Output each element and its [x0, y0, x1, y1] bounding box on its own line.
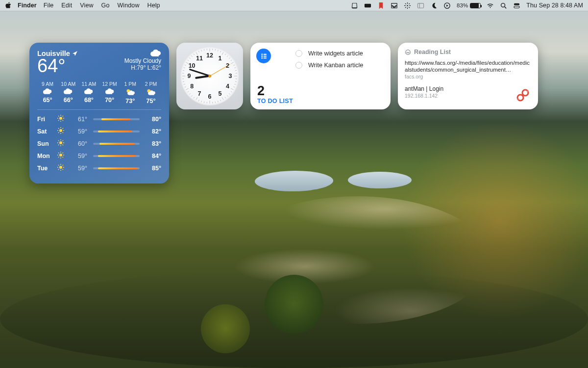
svg-point-28 — [59, 129, 62, 132]
wifi-icon[interactable] — [487, 2, 494, 9]
svg-line-66 — [215, 49, 216, 51]
svg-line-44 — [58, 145, 59, 145]
svg-line-33 — [58, 128, 59, 129]
svg-line-52 — [63, 157, 63, 158]
clock-widget[interactable]: 123456789101112 — [176, 43, 243, 109]
reading-list-widget[interactable]: Reading List https://www.facs.org/-/medi… — [398, 43, 538, 109]
reading-item-title: antMan | Login — [405, 85, 531, 93]
reminders-list-name: TO DO LIST — [257, 98, 293, 105]
svg-line-53 — [58, 157, 59, 158]
clock-numeral: 4 — [226, 83, 229, 90]
weather-hour: 11 AM68° — [78, 81, 99, 105]
svg-line-5 — [405, 3, 406, 4]
weather-hour: 2 PM75° — [141, 81, 161, 105]
svg-line-24 — [58, 116, 59, 116]
reminders-task-list: Write widgets articleWrite Kanban articl… — [295, 48, 384, 71]
svg-line-116 — [189, 58, 190, 59]
svg-line-72 — [229, 58, 230, 59]
svg-point-132 — [408, 52, 409, 53]
svg-line-34 — [63, 132, 63, 133]
svg-line-75 — [233, 65, 235, 65]
svg-point-135 — [522, 90, 528, 96]
stage-manager-icon[interactable] — [417, 2, 424, 9]
svg-rect-127 — [263, 53, 267, 54]
svg-line-77 — [235, 70, 237, 71]
weather-temp: 64° — [37, 56, 77, 75]
bookmark-icon[interactable] — [377, 2, 385, 9]
reminder-task[interactable]: Write Kanban article — [295, 59, 384, 71]
weather-hilo: H:79° L:62° — [124, 64, 161, 71]
reading-item-domain: 192.168.1.142 — [405, 93, 531, 99]
reading-list-item[interactable]: https://www.facs.org/-/media/files/educa… — [405, 58, 531, 80]
svg-point-46 — [59, 154, 62, 157]
moon-icon[interactable] — [430, 2, 438, 9]
svg-line-67 — [218, 50, 218, 52]
reminders-count: 2 — [257, 84, 293, 98]
apple-logo-icon[interactable] — [5, 2, 12, 9]
svg-point-19 — [59, 117, 62, 120]
svg-line-68 — [220, 51, 221, 53]
svg-line-43 — [63, 145, 63, 145]
weather-hour: 9 AM65° — [37, 81, 58, 105]
menu-go[interactable]: Go — [101, 2, 110, 9]
svg-point-126 — [261, 57, 263, 58]
search-icon[interactable] — [500, 2, 507, 9]
clock-datetime[interactable]: Thu Sep 28 8:48 AM — [526, 2, 583, 9]
svg-line-117 — [192, 55, 193, 56]
status-icons: 83% Thu Sep 28 8:48 AM — [351, 2, 583, 9]
svg-rect-129 — [263, 57, 267, 58]
svg-line-89 — [222, 97, 223, 100]
link-icon — [514, 87, 531, 104]
clock-numeral: 9 — [188, 73, 191, 79]
weather-widget[interactable]: Louisville 64° Mostly Cloudy H:79° L:62°… — [29, 43, 169, 184]
reading-item-domain: facs.org — [405, 74, 531, 79]
svg-line-7 — [405, 7, 406, 8]
svg-line-62 — [58, 169, 59, 170]
clock-numeral: 7 — [198, 90, 201, 97]
menu-help[interactable]: Help — [147, 2, 160, 9]
task-checkbox[interactable] — [295, 62, 302, 69]
menu-window[interactable]: Window — [117, 2, 139, 9]
weather-day-row: Sat59°82° — [37, 125, 161, 137]
battery-icon — [470, 3, 481, 8]
drive-icon[interactable] — [351, 2, 358, 9]
app-name[interactable]: Finder — [18, 2, 37, 9]
battery-percent: 83% — [457, 2, 468, 8]
brightness-icon[interactable] — [404, 2, 411, 9]
svg-point-55 — [59, 166, 62, 169]
task-checkbox[interactable] — [295, 50, 302, 57]
reminders-widget[interactable]: Write widgets articleWrite Kanban articl… — [250, 43, 391, 109]
reminder-task[interactable]: Write widgets article — [295, 48, 384, 59]
svg-line-112 — [184, 68, 185, 68]
menu-file[interactable]: File — [44, 2, 54, 9]
svg-rect-0 — [365, 3, 371, 7]
tray-icon[interactable] — [391, 2, 398, 9]
svg-line-103 — [188, 91, 189, 92]
svg-line-99 — [196, 97, 197, 100]
svg-line-101 — [192, 95, 193, 96]
control-center-icon[interactable] — [513, 2, 520, 9]
svg-line-74 — [231, 62, 233, 64]
menu-view[interactable]: View — [80, 2, 93, 9]
svg-line-27 — [63, 116, 63, 116]
svg-point-131 — [407, 52, 408, 53]
menu-edit[interactable]: Edit — [61, 2, 72, 9]
analog-clock-face: 123456789101112 — [180, 47, 239, 105]
svg-point-9 — [407, 5, 408, 6]
svg-line-6 — [409, 7, 410, 8]
svg-line-107 — [183, 81, 184, 82]
task-title: Write widgets article — [308, 50, 363, 57]
battery-status[interactable]: 83% — [457, 2, 481, 8]
clock-numeral: 6 — [208, 93, 212, 100]
svg-point-134 — [517, 95, 523, 101]
playback-icon[interactable] — [443, 2, 451, 9]
weather-hourly: 9 AM65°10 AM66°11 AM68°12 PM70°1 PM73°2 … — [37, 81, 161, 110]
svg-line-82 — [234, 84, 236, 84]
keyboard-icon[interactable] — [364, 2, 371, 9]
clock-numeral: 3 — [229, 73, 232, 79]
svg-line-51 — [58, 153, 59, 153]
clock-numeral: 2 — [226, 62, 229, 69]
reading-list-item[interactable]: antMan | Login 192.168.1.142 — [405, 84, 531, 100]
reminders-app-icon — [256, 49, 271, 63]
svg-line-85 — [231, 91, 232, 92]
